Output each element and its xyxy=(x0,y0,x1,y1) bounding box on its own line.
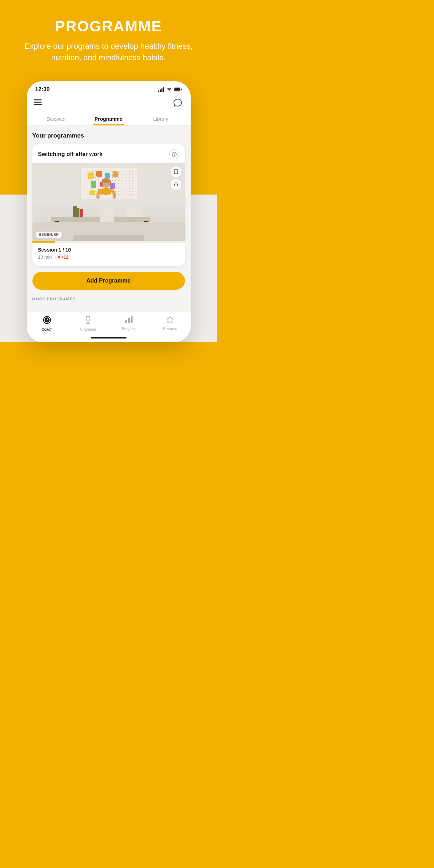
nav-item-challenge[interactable]: Challenge xyxy=(68,316,109,331)
phone-frame: 12:30 xyxy=(27,81,191,342)
wifi-icon xyxy=(166,87,172,92)
challenge-label: Challenge xyxy=(80,327,96,331)
hero-section: PROGRAMME Explore our programs to develo… xyxy=(0,0,217,74)
add-programme-button[interactable]: Add Programme xyxy=(32,272,185,290)
session-time: 10 min xyxy=(38,254,52,260)
desk-item-book xyxy=(126,207,143,217)
status-bar: 12:30 xyxy=(27,81,191,95)
section-title: Your programmes xyxy=(32,132,185,139)
info-icon[interactable]: i xyxy=(169,149,179,159)
nav-item-coach[interactable]: Coach xyxy=(27,316,68,331)
svg-rect-5 xyxy=(34,104,42,105)
challenge-icon xyxy=(84,316,92,326)
card-header: Switching off after work i xyxy=(32,144,185,163)
hero-title: PROGRAMME xyxy=(14,18,203,35)
desk-scene xyxy=(32,163,185,241)
session-meta: 10 min +12 xyxy=(38,254,179,260)
note xyxy=(87,172,94,179)
nav-item-progress[interactable]: Progress xyxy=(109,316,150,331)
svg-point-13 xyxy=(113,195,116,199)
svg-rect-3 xyxy=(34,99,42,100)
svg-point-9 xyxy=(102,178,110,183)
phone-wrapper: 12:30 xyxy=(0,74,217,342)
svg-point-26 xyxy=(47,319,48,320)
beginner-badge: BEGINNER xyxy=(36,232,62,238)
card-image: BEGINNER xyxy=(32,163,185,241)
menu-icon[interactable] xyxy=(34,99,42,106)
status-time: 12:30 xyxy=(35,86,50,93)
chat-icon[interactable] xyxy=(172,97,184,108)
svg-rect-31 xyxy=(131,316,133,323)
svg-rect-11 xyxy=(110,181,111,185)
signal-icon xyxy=(158,87,164,92)
svg-rect-29 xyxy=(125,320,127,323)
progress-label: Progress xyxy=(122,327,136,331)
svg-rect-2 xyxy=(181,88,182,90)
svg-rect-21 xyxy=(177,185,178,186)
phone-header xyxy=(27,95,191,113)
tab-programme[interactable]: Programme xyxy=(82,113,135,125)
coach-icon xyxy=(43,316,51,326)
battery-icon xyxy=(174,87,182,92)
svg-rect-20 xyxy=(174,185,175,186)
note xyxy=(96,171,102,177)
session-info: Session 1 / 10 xyxy=(38,247,179,253)
card-image-icons xyxy=(171,166,181,190)
bookmark-icon-btn[interactable] xyxy=(171,166,181,177)
tab-discover[interactable]: Discover xyxy=(30,113,83,125)
rewards-label: Rewards xyxy=(163,327,177,331)
coach-label: Coach xyxy=(42,327,53,331)
rewards-icon xyxy=(166,316,174,326)
svg-rect-30 xyxy=(128,318,130,323)
svg-rect-1 xyxy=(175,88,180,91)
card-title: Switching off after work xyxy=(38,151,103,157)
phone-content: Your programmes Switching off after work… xyxy=(27,126,191,312)
nav-item-rewards[interactable]: Rewards xyxy=(150,316,191,331)
desk-item xyxy=(77,208,79,217)
headphones-icon-btn[interactable] xyxy=(171,179,181,190)
note xyxy=(112,171,119,177)
bottom-nav: Coach Challenge xyxy=(27,312,191,334)
card-footer: Session 1 / 10 10 min +12 xyxy=(32,243,185,266)
home-bar xyxy=(91,337,126,339)
desk-item xyxy=(80,209,83,217)
svg-point-12 xyxy=(96,195,100,199)
home-indicator xyxy=(27,334,191,342)
status-icons xyxy=(158,87,182,92)
session-badge: +12 xyxy=(55,254,71,260)
more-programmes-title: MORE PROGRAMES xyxy=(32,297,185,301)
progress-icon xyxy=(125,316,133,326)
badge-dot xyxy=(58,256,60,258)
tab-library[interactable]: Library xyxy=(135,113,187,125)
programme-card: Switching off after work i xyxy=(32,144,185,266)
hero-subtitle: Explore our programs to develop healthy … xyxy=(14,41,203,63)
nav-tabs: Discover Programme Library xyxy=(27,113,191,126)
svg-rect-4 xyxy=(34,102,42,103)
svg-rect-10 xyxy=(102,181,103,186)
scene-rug xyxy=(73,235,144,241)
svg-text:i: i xyxy=(174,153,175,156)
